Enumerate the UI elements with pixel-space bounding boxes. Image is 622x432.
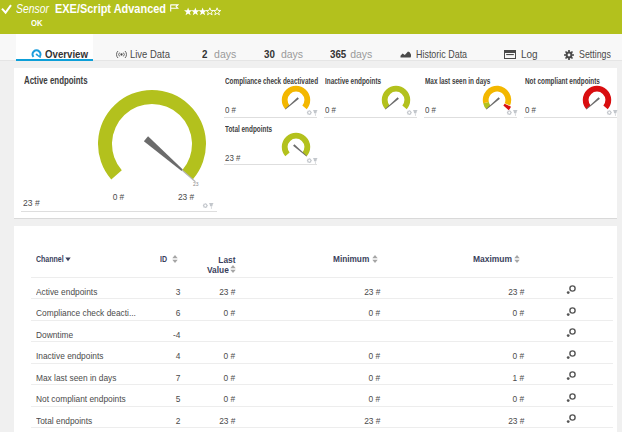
svg-text:23: 23 [193,181,199,187]
